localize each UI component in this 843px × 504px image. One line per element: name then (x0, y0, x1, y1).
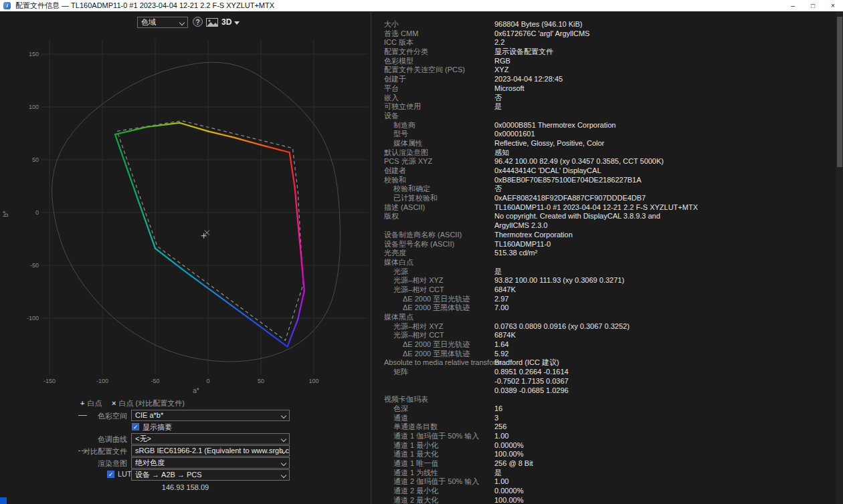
info-value: 968804 Bytes (946.10 KiB) (494, 20, 582, 29)
info-value: 是 (494, 267, 502, 277)
info-value: Microsoft (494, 84, 525, 94)
info-label: 通道 1 伽玛值于 50% 输入 (393, 432, 479, 441)
info-value: 显示设备配置文件 (494, 47, 553, 57)
info-label: ICC 版本 (384, 38, 413, 47)
lut-select[interactable]: 设备 → A2B → PCS (131, 469, 290, 481)
cursor-coordinates: 146.93 158.09 (0, 483, 371, 491)
info-label: 通道 2 伽玛值于 50% 输入 (393, 477, 479, 487)
info-label: ΔE 2000 至黑体轨迹 (403, 350, 470, 359)
minimize-button[interactable]: – (783, 0, 803, 11)
info-value: 1.00 (494, 477, 508, 487)
plus-marker-icon: + (80, 399, 84, 407)
info-value: RGB (494, 57, 510, 66)
show-summary-checkbox[interactable]: ✓ (132, 423, 139, 430)
comparison-profile-label: 对比配置文件 (39, 447, 127, 457)
info-value: 0x4443414C 'DCAL' DisplayCAL (494, 166, 601, 176)
info-value: TL160ADMP11-0 (494, 240, 551, 249)
info-row: 描述 (ASCII)TL160ADMP11-0 #1 2023-04-04 12… (371, 203, 836, 213)
tone-curve-select[interactable]: <无> (131, 433, 290, 445)
info-label: ΔE 2000 至日光轨迹 (403, 340, 470, 350)
info-label: 光源–相对 CCT (393, 331, 444, 340)
info-row: 媒体黑点 (371, 313, 836, 322)
info-label: 媒体白点 (384, 258, 413, 267)
info-value: Bradford (ICC 建议) (494, 358, 559, 368)
info-label: 设备型号名称 (ASCII) (384, 240, 454, 249)
image-icon (206, 18, 218, 27)
info-value: 5.92 (494, 350, 508, 359)
gamut-panel: -150-100-50050100150100500-50-100a*b* 色域… (0, 11, 371, 504)
info-row: 嵌入否 (371, 94, 836, 103)
info-label: 通道 (393, 414, 408, 423)
info-value: 0xAEF8082418F92DFA887CF907DDDE4DB7 (494, 194, 646, 203)
plot-view-select[interactable]: 色域 (137, 17, 188, 28)
info-label: 通道 1 为线性 (393, 469, 438, 478)
rendering-intent-value: 绝对色度 (135, 459, 165, 467)
3d-view-button[interactable]: 3D (221, 17, 240, 27)
info-row: 版权No copyright. Created with DisplayCAL … (371, 212, 836, 230)
info-label: 创建于 (384, 75, 406, 84)
lut-value: 设备 → A2B → PCS (135, 471, 202, 479)
info-label: 通道 1 唯一值 (393, 459, 438, 469)
comparison-profile-value: sRGB IEC61966-2.1 (Equivalent to www.srg… (135, 447, 290, 455)
info-row: 平台Microsoft (371, 84, 836, 94)
info-row: 光亮度515.38 cd/m² (371, 249, 836, 258)
colorspace-select[interactable]: CIE a*b* (131, 410, 290, 421)
gamut-plot: -150-100-50050100150100500-50-100a*b* (0, 11, 371, 412)
info-value: 0.0763 0.0809 0.0916 (xy 0.3067 0.3252) (494, 322, 630, 332)
scrollbar[interactable] (836, 11, 843, 504)
chevron-down-icon (179, 20, 185, 25)
lut-checkbox[interactable]: ✓ (107, 471, 114, 478)
info-value: No copyright. Created with DisplayCAL 3.… (494, 212, 660, 230)
info-value: Thermotrex Corporation (494, 231, 573, 240)
info-label: 视频卡伽玛表 (384, 395, 428, 404)
info-row: 通道 1 唯一值256 @ 8 Bit (371, 459, 836, 469)
info-row: 媒体白点 (371, 258, 836, 267)
help-button[interactable]: ? (193, 17, 203, 27)
info-label: 媒体黑点 (384, 313, 413, 322)
info-row: 媒体属性Reflective, Glossy, Positive, Color (371, 139, 836, 148)
save-image-button[interactable] (206, 18, 218, 27)
chevron-down-icon (281, 461, 286, 466)
info-value: 感知 (494, 148, 509, 158)
profile-info-panel: 大小968804 Bytes (946.10 KiB)首选 CMM0x61726… (371, 11, 836, 504)
info-label: 设备 (384, 112, 399, 121)
info-row: ΔE 2000 至日光轨迹1.64 (371, 340, 836, 350)
info-row: 光源–相对 XYZ93.82 100.00 111.93 (xy 0.3069 … (371, 276, 836, 285)
svg-text:100: 100 (308, 378, 318, 384)
close-button[interactable]: × (823, 0, 843, 11)
svg-text:a*: a* (193, 387, 199, 394)
rendering-intent-label: 渲染意图 (39, 459, 127, 469)
info-row: 单通道条目数256 (371, 422, 836, 432)
check-icon: ✓ (108, 471, 114, 478)
info-row: 制造商0x0000B851 Thermotrex Corporation (371, 121, 836, 130)
info-value: 2023-04-04 12:28:45 (494, 75, 563, 84)
info-row: 通道 2 最小化0.0000% (371, 487, 836, 496)
info-value: 1.00 (494, 432, 508, 441)
info-label: 大小 (384, 20, 399, 29)
info-value: 0xB8EB0F70E8575100E704DE2186227B1A (494, 176, 642, 185)
info-label: 校验和 (384, 176, 406, 185)
info-row: 设备型号名称 (ASCII)TL160ADMP11-0 (371, 240, 836, 249)
tone-curve-label: 色调曲线 (39, 434, 127, 445)
info-label: 平台 (384, 84, 399, 94)
info-row: ΔE 2000 至日光轨迹2.97 (371, 295, 836, 304)
comparison-profile-select[interactable]: sRGB IEC61966-2.1 (Equivalent to www.srg… (131, 445, 290, 457)
info-row: 设备制造商名称 (ASCII)Thermotrex Corporation (371, 231, 836, 240)
info-rows: 大小968804 Bytes (946.10 KiB)首选 CMM0x61726… (371, 11, 836, 504)
info-label: ΔE 2000 至日光轨迹 (403, 295, 470, 304)
info-value: 515.38 cd/m² (494, 249, 537, 258)
legend-white-point-comparison: ×白点 (对比配置文件) (112, 398, 185, 408)
info-row: 通道 1 最大化100.00% (371, 450, 836, 459)
info-label: 嵌入 (384, 94, 399, 103)
info-value: 0x6172676C 'argl' ArgyllCMS (494, 29, 589, 39)
info-label: PCS 光源 XYZ (384, 157, 432, 166)
info-row: 通道 1 最小化0.0000% (371, 441, 836, 451)
info-label: 首选 CMM (384, 29, 418, 39)
info-value: 7.00 (494, 303, 508, 313)
maximize-button[interactable]: □ (803, 0, 823, 11)
rendering-intent-select[interactable]: 绝对色度 (131, 457, 290, 469)
scrollbar-thumb[interactable] (837, 17, 842, 167)
info-row: 默认渲染意图感知 (371, 148, 836, 158)
svg-text:100: 100 (29, 104, 39, 110)
info-label: 配置文件分类 (384, 47, 428, 57)
